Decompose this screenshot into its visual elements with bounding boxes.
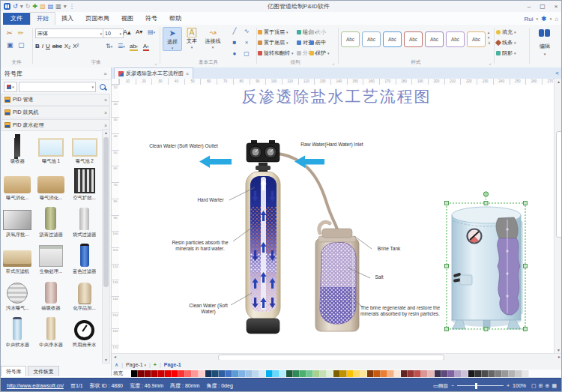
palette-swatch-24[interactable] — [286, 370, 293, 377]
search-icon[interactable] — [100, 84, 106, 90]
shrink-font-icon[interactable]: A▾ — [136, 28, 142, 35]
style-scroll-down-icon[interactable]: ▾ — [488, 36, 491, 40]
symbol-item-15[interactable]: 中央软水器 — [1, 313, 34, 349]
palette-swatch-0[interactable] — [124, 370, 131, 377]
style-swatch-3[interactable]: Abc — [404, 31, 423, 47]
library-picker-button[interactable]: ▾ — [4, 82, 17, 92]
control-valve-shape[interactable] — [247, 140, 280, 172]
palette-swatch-41[interactable] — [401, 370, 408, 377]
palette-swatch-46[interactable] — [435, 370, 441, 377]
softener-tank-shape[interactable] — [246, 172, 280, 334]
palette-swatch-14[interactable] — [219, 370, 226, 377]
font-button-4[interactable]: X₂ — [64, 43, 70, 49]
palette-swatch-40[interactable] — [394, 370, 401, 377]
symbol-item-20[interactable] — [67, 349, 101, 363]
menu-tab-2[interactable]: 页面布局 — [79, 13, 115, 25]
palette-swatch-31[interactable] — [333, 370, 340, 377]
document-tab[interactable]: 反渗透除盐水工艺流程图 × — [114, 67, 193, 79]
fill-button[interactable]: 填充▾ — [496, 28, 516, 36]
palette-swatch-19[interactable] — [253, 370, 259, 377]
palette-swatch-53[interactable] — [482, 370, 489, 377]
palette-swatch-57[interactable] — [509, 370, 516, 377]
font-size-combo[interactable]: 10▾ — [103, 28, 124, 38]
palette-swatch-59[interactable] — [522, 370, 529, 377]
style-more-icon[interactable]: ⇟ — [488, 41, 491, 45]
send-back-button[interactable]: 置于底层▾ — [258, 39, 288, 46]
palette-swatch-54[interactable] — [489, 370, 495, 377]
palette-swatch-3[interactable] — [145, 370, 151, 377]
menu-tab-0[interactable]: 开始 — [30, 12, 55, 25]
library-bar-0[interactable]: PID 管道× — [1, 94, 110, 106]
cut-icon[interactable]: ✂ — [7, 29, 13, 37]
palette-swatch-38[interactable] — [381, 370, 387, 377]
symbol-item-1[interactable]: 曝气池 1 — [34, 129, 68, 166]
palette-swatch-1[interactable] — [131, 370, 138, 377]
shape-tool-0[interactable]: ╱ — [229, 28, 241, 39]
font-button-2[interactable]: U — [46, 43, 50, 49]
sidebar-scroll-up-icon[interactable]: ▲ — [104, 130, 108, 135]
palette-swatch-26[interactable] — [300, 370, 306, 377]
bullets-icon[interactable]: ☰▾ — [118, 43, 125, 49]
undo-icon[interactable]: ↺ — [13, 3, 18, 10]
inlet-arrow[interactable] — [294, 156, 324, 169]
palette-swatch-30[interactable] — [327, 370, 333, 377]
style-scroll-arrows[interactable]: ▴▾⇟ — [488, 31, 491, 45]
symbol-item-18[interactable] — [1, 349, 34, 363]
shape-tool-3[interactable]: × — [241, 39, 253, 50]
status-right-icon-3[interactable]: ▦ — [552, 383, 557, 388]
label-clean-water[interactable]: Clean Water (Soft Water) — [184, 303, 232, 315]
scroll-right-icon[interactable]: ► — [558, 355, 561, 359]
style-swatch-0[interactable]: Abc — [341, 31, 360, 47]
palette-swatch-16[interactable] — [232, 370, 239, 377]
palette-swatch-6[interactable] — [165, 370, 172, 377]
symbol-item-2[interactable]: 曝气池 2 — [67, 129, 101, 166]
zoom-in-icon[interactable]: + — [507, 383, 510, 388]
library-close-icon[interactable]: × — [104, 123, 107, 128]
size-button[interactable]: 大小 — [309, 28, 326, 36]
edit-button[interactable]: 编辑 — [531, 43, 558, 50]
document-tab-close-icon[interactable]: × — [186, 71, 189, 76]
view-mode-icons[interactable]: ▭▤▥ — [433, 383, 448, 389]
palette-swatch-5[interactable] — [158, 370, 165, 377]
binoculars-icon[interactable] — [537, 29, 551, 38]
style-swatch-6[interactable]: Abc — [467, 31, 486, 47]
palette-swatch-35[interactable] — [360, 370, 367, 377]
palette-swatch-33[interactable] — [347, 370, 354, 377]
undo-dropdown-icon[interactable]: ▾ — [20, 3, 23, 10]
text-tool[interactable]: 🄰 文本 ▾ — [183, 27, 201, 49]
font-button-1[interactable]: I — [42, 43, 43, 49]
copy-icon[interactable]: ▣ — [7, 41, 13, 49]
new-file-icon[interactable]: ✚ — [32, 3, 37, 10]
gear-dropdown-icon[interactable]: ▾ — [550, 16, 552, 21]
line-button[interactable]: 线条▾ — [496, 39, 516, 46]
vertical-scrollbar[interactable]: ▲ ▼ — [554, 79, 562, 353]
label-salt[interactable]: Salt — [369, 274, 390, 280]
palette-swatch-7[interactable] — [172, 370, 178, 377]
menu-tab-3[interactable]: 视图 — [115, 13, 139, 25]
symbol-item-4[interactable]: 曝气消化... — [34, 166, 68, 202]
symbol-item-10[interactable]: 生物处理... — [34, 239, 68, 276]
add-page-button[interactable]: + — [154, 362, 157, 367]
palette-swatch-21[interactable] — [266, 370, 273, 377]
tab-file[interactable]: 文件 — [3, 13, 30, 25]
collapse-panel-icon[interactable]: < — [555, 70, 562, 76]
rotate-flip-button[interactable]: 旋转和翻转▾ — [258, 49, 294, 57]
connecting-tube[interactable] — [278, 154, 337, 229]
palette-swatch-55[interactable] — [495, 370, 502, 377]
symbol-item-0[interactable]: 吸收器 — [1, 129, 34, 166]
format-painter-icon[interactable]: ✏ — [18, 29, 24, 37]
symbol-item-6[interactable]: 厌氧序批... — [1, 202, 34, 239]
horizontal-scrollbar[interactable]: ◄ ► — [112, 353, 562, 360]
symbol-item-12[interactable]: 污水曝气... — [1, 276, 34, 313]
zoom-level[interactable]: 100% — [513, 383, 526, 388]
palette-swatch-52[interactable] — [475, 370, 482, 377]
symbol-item-19[interactable] — [34, 349, 68, 363]
symbol-item-9[interactable]: 带式压滤机 — [1, 239, 34, 276]
zoom-out-icon[interactable]: − — [451, 383, 454, 388]
edit-dropdown-icon[interactable]: ▾ — [531, 52, 558, 56]
bring-front-button[interactable]: 置于顶层▾ — [258, 28, 288, 36]
palette-swatch-20[interactable] — [259, 370, 266, 377]
palette-swatch-10[interactable] — [192, 370, 199, 377]
style-swatch-5[interactable]: Abc — [446, 31, 465, 47]
palette-swatch-43[interactable] — [414, 370, 421, 377]
